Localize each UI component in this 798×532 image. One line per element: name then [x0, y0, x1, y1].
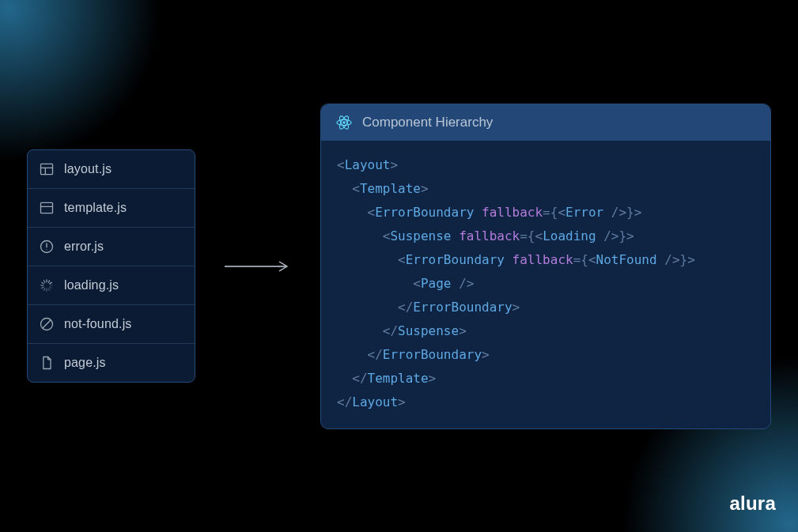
code-line: </ErrorBoundary>	[337, 343, 755, 367]
svg-line-9	[50, 287, 51, 288]
file-item: layout.js	[28, 150, 195, 188]
react-icon	[335, 114, 353, 131]
svg-line-15	[42, 282, 43, 283]
component-hierarchy-title: Component Hierarchy	[362, 115, 493, 130]
code-line: </Suspense>	[337, 319, 755, 343]
file-label: layout.js	[64, 162, 112, 176]
file-list-panel: layout.jstemplate.jserror.jsloading.jsno…	[27, 149, 195, 383]
file-item: template.js	[28, 188, 195, 227]
file-label: not-found.js	[64, 317, 132, 331]
arrow-icon	[224, 260, 292, 273]
code-line: <Template>	[337, 177, 755, 201]
loading-icon	[39, 277, 55, 293]
file-label: template.js	[64, 201, 127, 215]
file-item: not-found.js	[28, 304, 195, 343]
code-line: <Page />	[337, 272, 755, 296]
code-line: </ErrorBoundary>	[337, 296, 755, 319]
component-hierarchy-code: <Layout> <Template> <ErrorBoundary fallb…	[321, 141, 770, 428]
svg-line-19	[50, 282, 51, 283]
file-label: loading.js	[64, 278, 119, 292]
code-line: <ErrorBoundary fallback={<Error />}>	[337, 201, 755, 224]
svg-rect-3	[41, 202, 53, 213]
file-item: loading.js	[28, 266, 195, 304]
code-line: </Template>	[337, 367, 755, 391]
component-hierarchy-header: Component Hierarchy	[321, 104, 770, 141]
svg-line-13	[42, 287, 43, 288]
notfound-icon	[39, 316, 55, 332]
svg-line-18	[48, 281, 49, 282]
code-line: </Layout>	[337, 391, 755, 414]
svg-line-10	[48, 289, 49, 290]
svg-point-23	[342, 121, 345, 123]
error-icon	[39, 239, 55, 255]
svg-point-7	[47, 249, 47, 250]
code-line: <Suspense fallback={<Loading />}>	[337, 224, 755, 248]
code-line: <ErrorBoundary fallback={<NotFound />}>	[337, 248, 755, 272]
component-hierarchy-panel: Component Hierarchy <Layout> <Template> …	[320, 104, 771, 429]
layout-icon	[39, 161, 55, 177]
file-item: error.js	[28, 227, 195, 266]
file-label: error.js	[64, 240, 104, 254]
template-icon	[39, 200, 55, 216]
brand-logo: alura	[729, 492, 776, 515]
file-item: page.js	[28, 343, 195, 382]
code-line: <Layout>	[337, 153, 755, 177]
svg-rect-0	[41, 164, 53, 174]
page-icon	[39, 355, 55, 371]
svg-line-12	[43, 289, 44, 290]
svg-line-21	[43, 320, 51, 328]
file-label: page.js	[64, 356, 106, 370]
svg-line-16	[43, 281, 44, 282]
diagram-stage: layout.jstemplate.jserror.jsloading.jsno…	[0, 0, 798, 532]
